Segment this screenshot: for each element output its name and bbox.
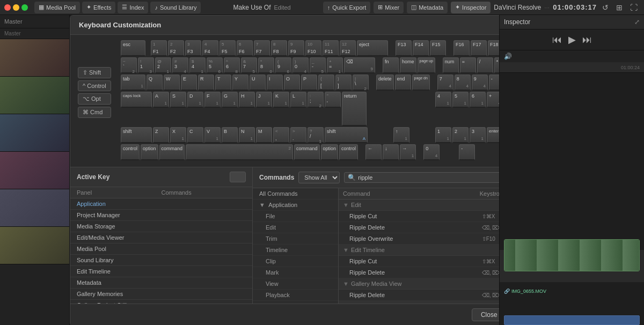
key-end[interactable]: end: [395, 75, 411, 91]
undo-button[interactable]: ↺: [600, 2, 611, 13]
key-j[interactable]: J1: [256, 92, 272, 108]
key-backslash[interactable]: |\2: [353, 75, 369, 91]
key-enter[interactable]: enter: [487, 127, 499, 143]
tab-index[interactable]: ☰ Index: [118, 2, 148, 13]
thumbnail-4[interactable]: [0, 152, 69, 189]
key-u[interactable]: U: [250, 75, 266, 91]
cmd-group-edit[interactable]: ▼ Edit: [339, 200, 499, 211]
key-fn[interactable]: fn: [383, 57, 399, 73]
key-shift-left[interactable]: shift: [121, 127, 152, 143]
tab-media-pool[interactable]: ▦ Media Pool: [34, 2, 80, 13]
maximize-button[interactable]: [21, 4, 28, 11]
key-f7[interactable]: 7F7: [254, 40, 270, 56]
thumbnail-3[interactable]: [0, 114, 69, 152]
key-s[interactable]: S1: [170, 92, 186, 108]
key-pagedown[interactable]: page dn: [412, 75, 430, 91]
key-minus[interactable]: _-5: [310, 57, 326, 73]
key-w[interactable]: W: [164, 75, 180, 91]
panel-row-gallery-memories[interactable]: Gallery Memories: [70, 289, 252, 300]
key-num[interactable]: num: [443, 57, 459, 73]
cmd-row-edit-ripple-overwrite[interactable]: Ripple Overwrite ⇧F10: [339, 233, 499, 245]
key-num8[interactable]: 84: [455, 75, 471, 91]
key-0[interactable]: )04: [292, 57, 309, 73]
key-f1[interactable]: 1F1: [151, 40, 167, 56]
panel-row-application[interactable]: Application: [70, 198, 252, 210]
key-v[interactable]: V1: [204, 127, 221, 143]
key-p[interactable]: P: [301, 75, 317, 91]
clip-thumbnail[interactable]: [504, 239, 640, 271]
key-quote[interactable]: "': [325, 92, 341, 108]
key-num-plus[interactable]: +4: [487, 92, 499, 108]
key-7[interactable]: &75: [241, 57, 257, 73]
key-num9[interactable]: 94: [472, 75, 488, 91]
thumbnail-2[interactable]: [0, 77, 69, 114]
key-q[interactable]: Q: [147, 75, 163, 91]
key-backspace[interactable]: ⌫9: [344, 57, 375, 73]
key-1[interactable]: !13: [138, 57, 154, 73]
panel-row-metadata[interactable]: Metadata: [70, 277, 252, 289]
panel-row-media-pool[interactable]: Media Pool: [70, 243, 252, 255]
minimize-button[interactable]: [13, 4, 19, 11]
key-y[interactable]: Y: [232, 75, 248, 91]
key-f11[interactable]: 11F11: [323, 40, 339, 56]
key-2[interactable]: @21: [155, 57, 171, 73]
key-num-eq[interactable]: =: [460, 57, 476, 73]
key-h[interactable]: H1: [239, 92, 255, 108]
key-pageup[interactable]: page up: [418, 57, 435, 73]
key-option-left[interactable]: option: [141, 144, 158, 160]
key-command-right[interactable]: command: [294, 144, 320, 160]
tree-file[interactable]: File: [253, 211, 338, 222]
panel-row-sound-library[interactable]: Sound Library: [70, 255, 252, 266]
key-f6[interactable]: 6F6: [237, 40, 253, 56]
inspector-button[interactable]: ✦ Inspector: [451, 2, 491, 13]
key-f3[interactable]: 3F3: [185, 40, 201, 56]
key-i[interactable]: I: [267, 75, 283, 91]
panel-row-media-storage[interactable]: Media Storage: [70, 221, 252, 232]
panel-row-edit-timeline[interactable]: Edit Timeline: [70, 266, 252, 277]
metadata-button[interactable]: ◫ Metadata: [407, 2, 448, 13]
cmd-group-gallery-media[interactable]: ▼ Gallery Media View: [339, 278, 499, 290]
key-esc[interactable]: esc: [121, 40, 145, 56]
key-comma[interactable]: <,: [273, 127, 289, 143]
key-f10[interactable]: 10F10: [305, 40, 321, 56]
key-9[interactable]: (96: [275, 57, 291, 73]
key-lbracket[interactable]: {[: [318, 75, 334, 91]
key-d[interactable]: D1: [187, 92, 203, 108]
skip-forward-button[interactable]: ⏭: [582, 34, 592, 46]
cmd-row-timeline-ripple-cut[interactable]: Ripple Cut ⇧⌘X: [339, 256, 499, 267]
key-slash[interactable]: ?/1: [308, 127, 324, 143]
key-num2[interactable]: 21: [452, 127, 469, 143]
key-num3[interactable]: 31: [470, 127, 486, 143]
key-num-div[interactable]: /: [477, 57, 493, 73]
opt-key[interactable]: ⌥ Opt: [78, 93, 111, 105]
key-option-right[interactable]: option: [321, 144, 339, 160]
key-up[interactable]: ↑1: [393, 127, 409, 143]
key-k[interactable]: K1: [273, 92, 289, 108]
key-control-left[interactable]: control: [121, 144, 140, 160]
thumbnail-5[interactable]: [0, 189, 69, 227]
tab-effects[interactable]: ✦ Effects: [82, 2, 115, 13]
tree-timeline[interactable]: Timeline: [253, 245, 338, 256]
key-f13[interactable]: F13: [396, 40, 412, 56]
key-tab[interactable]: tab1: [121, 75, 145, 91]
key-f17[interactable]: F17: [471, 40, 487, 56]
search-input[interactable]: [358, 174, 499, 181]
key-backtick[interactable]: ~`2: [121, 57, 137, 73]
play-button[interactable]: ▶: [568, 34, 576, 46]
key-home[interactable]: home: [400, 57, 416, 73]
clip-strip[interactable]: [504, 315, 640, 325]
key-left[interactable]: ←: [365, 144, 382, 160]
key-space[interactable]: 2: [186, 144, 293, 160]
key-f12[interactable]: 12F12: [340, 40, 356, 56]
key-b[interactable]: B: [222, 127, 238, 143]
key-f8[interactable]: 8F8: [271, 40, 287, 56]
key-num-mul[interactable]: *: [494, 57, 499, 73]
key-delete[interactable]: delete: [376, 75, 394, 91]
key-right[interactable]: →1: [400, 144, 416, 160]
tree-mark[interactable]: Mark: [253, 267, 338, 278]
key-x[interactable]: X1: [170, 127, 186, 143]
tree-clip[interactable]: Clip: [253, 256, 338, 267]
key-period[interactable]: >.: [290, 127, 306, 143]
mixer-button[interactable]: ⊞ Mixer: [374, 2, 404, 13]
key-num7[interactable]: 74: [437, 75, 453, 91]
